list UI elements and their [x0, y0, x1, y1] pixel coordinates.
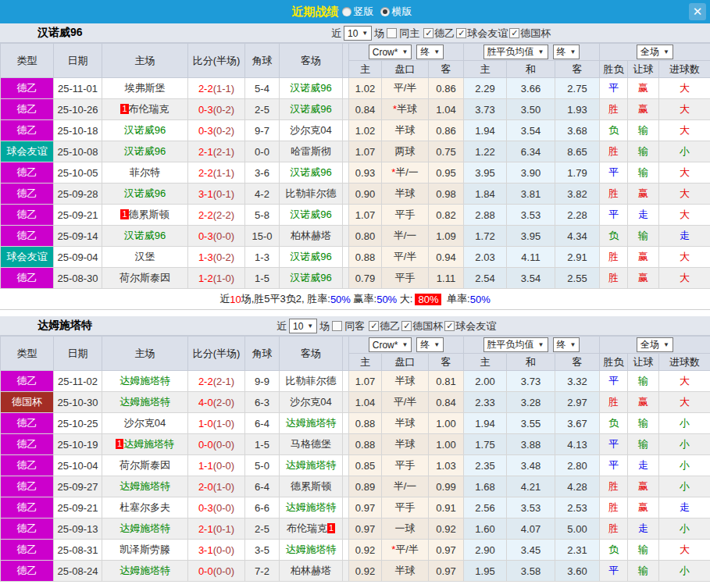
full-time-score[interactable]: 3-1 [198, 188, 213, 200]
score-cell[interactable]: 2-0(1-0) [188, 476, 245, 497]
home-team-link[interactable]: 达姆施塔特 [120, 565, 170, 576]
home-team-link[interactable]: 布伦瑞克 [129, 103, 169, 115]
full-time-score[interactable]: 3-1 [198, 544, 213, 556]
away-team-link[interactable]: 汉诺威96 [290, 82, 331, 94]
home-team-link[interactable]: 杜塞尔多夫 [120, 501, 170, 513]
score-cell[interactable]: 2-2(2-1) [188, 371, 245, 392]
home-team-link[interactable]: 德累斯顿 [129, 208, 169, 220]
match-count-select[interactable]: 10 [344, 26, 372, 41]
full-time-score[interactable]: 0-0 [198, 565, 213, 577]
odds-stage-select[interactable]: 终 [416, 337, 444, 352]
away-team-link[interactable]: 哈雷斯彻 [291, 145, 331, 157]
away-team-link[interactable]: 沙尔克04 [290, 124, 331, 136]
score-cell[interactable]: 3-1(0-0) [188, 540, 245, 561]
away-team-link[interactable]: 汉诺威96 [290, 208, 331, 220]
avg-stage-select[interactable]: 终 [553, 45, 580, 59]
home-team-link[interactable]: 沙尔克04 [124, 417, 166, 429]
league-checkbox[interactable] [369, 321, 379, 331]
full-time-score[interactable]: 2-2 [198, 209, 213, 221]
away-team-link[interactable]: 比勒菲尔德 [286, 187, 337, 199]
close-icon[interactable]: ✕ [689, 3, 706, 20]
score-cell[interactable]: 2-1(0-1) [188, 519, 245, 540]
league-checkbox[interactable] [509, 28, 519, 38]
score-cell[interactable]: 1-0(1-0) [188, 413, 245, 434]
layout-radio[interactable] [342, 7, 351, 16]
match-count-select[interactable]: 10 [289, 319, 317, 333]
away-team-link[interactable]: 达姆施塔特 [286, 501, 337, 513]
same-venue-checkbox[interactable] [387, 28, 397, 38]
league-checkbox[interactable] [423, 28, 433, 38]
away-team-link[interactable]: 汉诺威96 [290, 103, 331, 115]
same-venue-checkbox[interactable] [332, 321, 342, 331]
full-time-score[interactable]: 2-2 [198, 376, 213, 387]
full-time-score[interactable]: 0-0 [198, 439, 213, 451]
home-team-link[interactable]: 汉诺威96 [124, 230, 166, 241]
avg-select[interactable]: 胜平负均值 [483, 337, 548, 352]
full-time-score[interactable]: 1-3 [198, 251, 213, 263]
score-cell[interactable]: 0-3(0-2) [188, 120, 245, 141]
full-time-score[interactable]: 2-1 [198, 146, 213, 158]
score-cell[interactable]: 2-2(2-2) [188, 205, 245, 226]
layout-radio[interactable] [380, 7, 390, 16]
full-time-score[interactable]: 4-0 [198, 397, 213, 408]
home-team-link[interactable]: 汉诺威96 [124, 187, 166, 199]
home-team-link[interactable]: 汉堡 [135, 251, 155, 262]
away-team-link[interactable]: 达姆施塔特 [286, 459, 337, 471]
league-checkbox[interactable] [444, 321, 455, 331]
away-team-link[interactable]: 柏林赫塔 [291, 565, 331, 576]
full-time-score[interactable]: 1-0 [198, 418, 213, 429]
period-select[interactable]: 全场 [637, 45, 673, 59]
away-team-link[interactable]: 汉诺威96 [290, 166, 331, 178]
away-team-link[interactable]: 比勒菲尔德 [286, 375, 337, 387]
home-team-link[interactable]: 埃弗斯堡 [125, 82, 166, 94]
score-cell[interactable]: 1-3(0-2) [188, 247, 245, 268]
score-cell[interactable]: 1-1(0-0) [188, 455, 245, 476]
score-cell[interactable]: 0-3(0-0) [188, 497, 245, 519]
home-team-link[interactable]: 荷尔斯泰因 [120, 459, 170, 471]
home-team-link[interactable]: 达姆施塔特 [123, 438, 174, 450]
home-team-link[interactable]: 汉诺威96 [124, 145, 166, 157]
avg-stage-select[interactable]: 终 [553, 337, 580, 352]
home-team-link[interactable]: 达姆施塔特 [120, 375, 170, 387]
home-team-link[interactable]: 凯泽斯劳滕 [120, 543, 170, 555]
away-team-link[interactable]: 汉诺威96 [290, 251, 331, 262]
away-team-link[interactable]: 沙尔克04 [290, 396, 331, 408]
league-checkbox[interactable] [401, 321, 412, 331]
score-cell[interactable]: 3-1(0-1) [188, 184, 245, 205]
score-cell[interactable]: 0-0(0-0) [188, 434, 245, 455]
avg-select[interactable]: 胜平负均值 [483, 45, 548, 59]
away-team-link[interactable]: 达姆施塔特 [286, 543, 337, 555]
home-team-link[interactable]: 汉诺威96 [124, 124, 166, 136]
full-time-score[interactable]: 2-2 [198, 83, 213, 94]
home-team-link[interactable]: 达姆施塔特 [120, 522, 170, 534]
away-team-link[interactable]: 柏林赫塔 [291, 230, 331, 241]
away-team-link[interactable]: 德累斯顿 [291, 480, 331, 492]
away-team-link[interactable]: 布伦瑞克 [287, 522, 327, 534]
score-cell[interactable]: 0-0(0-0) [188, 561, 245, 582]
score-cell[interactable]: 1-2(1-0) [188, 268, 245, 289]
score-cell[interactable]: 4-0(2-0) [188, 392, 245, 413]
full-time-score[interactable]: 1-2 [198, 273, 213, 284]
home-team-link[interactable]: 达姆施塔特 [120, 480, 170, 492]
full-time-score[interactable]: 0-3 [198, 230, 213, 242]
full-time-score[interactable]: 0-3 [198, 502, 213, 514]
away-team-link[interactable]: 达姆施塔特 [286, 417, 337, 429]
score-cell[interactable]: 2-2(1-1) [188, 78, 245, 99]
league-checkbox[interactable] [456, 28, 466, 38]
away-team-link[interactable]: 马格德堡 [291, 438, 331, 450]
bookmaker-select[interactable]: Crow* [369, 337, 412, 352]
full-time-score[interactable]: 0-3 [198, 125, 213, 137]
odds-stage-select[interactable]: 终 [416, 45, 444, 59]
period-select[interactable]: 全场 [637, 337, 673, 352]
score-cell[interactable]: 0-3(0-2) [188, 99, 245, 120]
full-time-score[interactable]: 0-3 [198, 104, 213, 116]
away-team-link[interactable]: 汉诺威96 [290, 272, 331, 283]
full-time-score[interactable]: 2-0 [198, 481, 213, 493]
home-team-link[interactable]: 荷尔斯泰因 [120, 272, 170, 283]
full-time-score[interactable]: 1-1 [198, 460, 213, 472]
full-time-score[interactable]: 2-2 [198, 167, 213, 179]
score-cell[interactable]: 2-2(1-1) [188, 162, 245, 184]
bookmaker-select[interactable]: Crow* [369, 45, 412, 59]
home-team-link[interactable]: 菲尔特 [130, 166, 160, 178]
home-team-link[interactable]: 达姆施塔特 [120, 396, 170, 408]
